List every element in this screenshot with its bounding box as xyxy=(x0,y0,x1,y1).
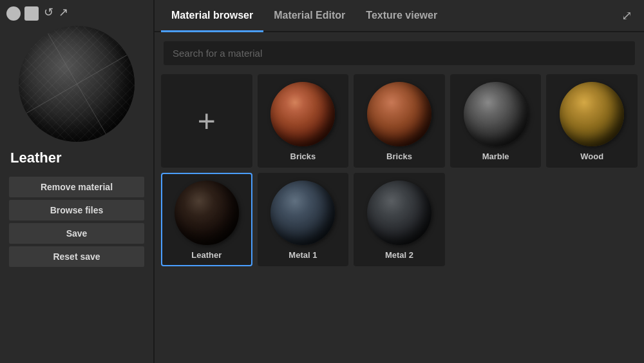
material-cell-metal1[interactable]: Metal 1 xyxy=(258,173,349,266)
material-preview-sphere xyxy=(19,26,135,142)
reset-save-button[interactable]: Reset save xyxy=(9,246,144,267)
expand-button[interactable]: ⤢ xyxy=(616,5,638,26)
search-input[interactable] xyxy=(164,41,635,65)
browse-files-button[interactable]: Browse files xyxy=(9,200,144,221)
material-label-metal1: Metal 1 xyxy=(289,250,317,260)
expand-preview-icon[interactable]: ↗ xyxy=(59,6,68,21)
sphere-preview-icon[interactable] xyxy=(6,6,21,21)
main-panel: Material browser Material Editor Texture… xyxy=(155,0,644,363)
material-label-marble: Marble xyxy=(482,152,509,161)
preview-mode-icons: ↺ ↗ xyxy=(0,6,68,21)
material-sphere-marble xyxy=(464,82,528,146)
material-cell-bricks1[interactable]: Bricks xyxy=(258,74,349,168)
material-label-bricks2: Bricks xyxy=(386,152,412,161)
tab-material-browser[interactable]: Material browser xyxy=(161,1,263,32)
material-sphere-bricks2 xyxy=(367,82,431,146)
material-cell-metal2[interactable]: Metal 2 xyxy=(354,173,445,266)
material-sphere-wood xyxy=(560,82,624,146)
material-cell-marble[interactable]: Marble xyxy=(450,74,542,168)
material-sphere-leather xyxy=(175,181,239,245)
material-label-metal2: Metal 2 xyxy=(385,250,413,260)
reset-preview-icon[interactable]: ↺ xyxy=(44,6,53,21)
tab-texture-viewer[interactable]: Texture viewer xyxy=(355,1,448,32)
tab-bar: Material browser Material Editor Texture… xyxy=(155,0,644,32)
current-material-name: Leather xyxy=(0,150,61,166)
material-grid-area: + Bricks Bricks Marble Wood xyxy=(155,70,644,363)
search-wrapper xyxy=(155,32,644,70)
material-label-leather: Leather xyxy=(191,250,222,260)
material-label-bricks1: Bricks xyxy=(290,152,316,161)
material-sphere-bricks1 xyxy=(270,82,335,146)
tab-material-editor[interactable]: Material Editor xyxy=(263,1,355,32)
save-button[interactable]: Save xyxy=(9,223,144,244)
sphere-crosshair xyxy=(19,26,135,142)
remove-material-button[interactable]: Remove material xyxy=(9,177,144,197)
material-sphere-metal1 xyxy=(270,181,335,245)
material-label-wood: Wood xyxy=(580,152,603,161)
cube-preview-icon[interactable] xyxy=(24,6,39,21)
add-material-cell[interactable]: + xyxy=(161,74,252,168)
material-cell-leather[interactable]: Leather xyxy=(161,173,252,266)
material-grid: + Bricks Bricks Marble Wood xyxy=(161,74,638,266)
plus-icon: + xyxy=(198,106,216,137)
sidebar: ↺ ↗ Leather Remove material Browse files… xyxy=(0,0,155,363)
material-sphere-metal2 xyxy=(367,181,431,245)
material-cell-bricks2[interactable]: Bricks xyxy=(354,74,445,168)
material-cell-wood[interactable]: Wood xyxy=(546,74,638,168)
